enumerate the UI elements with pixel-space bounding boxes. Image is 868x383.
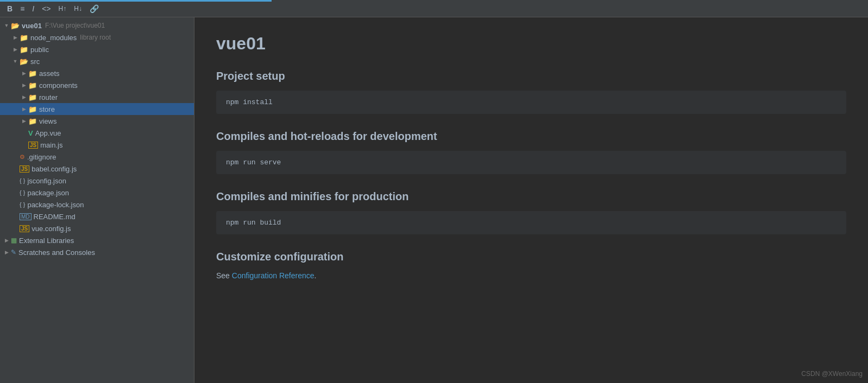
label-store: store — [39, 105, 55, 113]
section-compiles-dev: Compiles and hot-reloads for development… — [216, 130, 846, 174]
tree-item-scratches[interactable]: ✎ Scratches and Consoles — [0, 246, 194, 258]
arrow-node-modules — [11, 33, 20, 42]
folder-icon-public: 📁 — [20, 46, 28, 54]
tree-item-external-libraries[interactable]: ▦ External Libraries — [0, 234, 194, 246]
label-app-vue: App.vue — [35, 129, 61, 137]
label-node-modules: node_modules — [30, 34, 77, 42]
progress-bar — [0, 0, 272, 2]
tree-item-node-modules[interactable]: 📁 node_modules library root — [0, 31, 194, 43]
section-project-setup: Project setup npm install — [216, 70, 846, 114]
label-package-lock-json: package-lock.json — [27, 201, 84, 209]
heading-project-setup: Project setup — [216, 70, 846, 82]
section-compiles-prod: Compiles and minifies for production npm… — [216, 190, 846, 234]
tree-item-babel-config[interactable]: JS babel.config.js — [0, 163, 194, 175]
heading-compiles-dev: Compiles and hot-reloads for development — [216, 130, 846, 143]
link-button[interactable]: 🔗 — [87, 3, 102, 14]
label-jsconfig-json: jsconfig.json — [27, 177, 66, 185]
json-icon-jsconfig: { } — [20, 177, 25, 184]
strikethrough-button[interactable]: ≡ — [17, 3, 27, 14]
json-icon-package: { } — [20, 189, 25, 196]
arrow-public — [11, 45, 20, 54]
config-reference-link[interactable]: Configuration Reference — [232, 271, 315, 280]
tree-item-package-json[interactable]: { } package.json — [0, 187, 194, 199]
label-scratches: Scratches and Consoles — [18, 248, 95, 257]
tree-item-assets[interactable]: 📁 assets — [0, 67, 194, 79]
label-gitignore: .gitignore — [27, 153, 56, 161]
md-icon: MD — [20, 213, 32, 220]
section-customize: Customize configuration See Configuratio… — [216, 251, 846, 280]
arrow-views — [20, 117, 28, 125]
label-router: router — [39, 93, 58, 101]
tree-item-package-lock-json[interactable]: { } package-lock.json — [0, 199, 194, 210]
tree-item-components[interactable]: 📁 components — [0, 79, 194, 91]
label-package-json: package.json — [27, 189, 69, 197]
tree-item-jsconfig-json[interactable]: { } jsconfig.json — [0, 175, 194, 187]
label-external-libraries: External Libraries — [19, 237, 74, 245]
lib-icon: ▦ — [11, 237, 17, 244]
arrow-external — [2, 236, 11, 245]
heading-compiles-prod: Compiles and minifies for production — [216, 190, 846, 203]
code-button[interactable]: <> — [39, 3, 53, 14]
label-vue01: vue01 — [22, 22, 42, 30]
sublabel-node-modules: library root — [80, 34, 111, 41]
tree-item-main-js[interactable]: JS main.js — [0, 139, 194, 151]
tree-item-readme[interactable]: MD README.md — [0, 210, 194, 222]
italic-button[interactable]: I — [29, 3, 37, 14]
label-views: views — [39, 117, 57, 125]
label-babel-config: babel.config.js — [32, 165, 77, 173]
label-src: src — [30, 58, 40, 66]
tree-item-vue01[interactable]: 📂 vue01 F:\Vue project\vue01 — [0, 20, 194, 31]
code-block-serve: npm run serve — [216, 151, 846, 174]
folder-icon-store: 📁 — [28, 105, 37, 113]
js-icon-babel: JS — [20, 165, 29, 173]
js-icon-vue-config: JS — [20, 225, 29, 232]
arrow-scratches — [2, 248, 11, 257]
arrow-src — [11, 57, 20, 66]
code-block-build: npm run build — [216, 211, 846, 234]
label-main-js: main.js — [40, 141, 62, 149]
tree-item-app-vue[interactable]: V App.vue — [0, 127, 194, 139]
sublabel-vue01: F:\Vue project\vue01 — [45, 22, 105, 29]
arrow-vue01 — [2, 21, 11, 30]
gitignore-icon: ⚙ — [20, 154, 25, 161]
arrow-router — [20, 93, 28, 101]
arrow-store — [20, 105, 28, 113]
tree-item-src[interactable]: 📂 src — [0, 55, 194, 67]
label-public: public — [30, 46, 49, 54]
bold-button[interactable]: B — [4, 3, 15, 14]
heading-down-button[interactable]: H↓ — [71, 4, 85, 14]
folder-icon-components: 📁 — [28, 81, 37, 90]
tree-item-router[interactable]: 📁 router — [0, 91, 194, 103]
folder-icon-node-modules: 📁 — [20, 34, 28, 42]
json-icon-package-lock: { } — [20, 201, 25, 208]
scratch-icon: ✎ — [11, 248, 16, 256]
code-block-install: npm install — [216, 91, 846, 114]
label-assets: assets — [39, 69, 60, 78]
arrow-assets — [20, 69, 28, 78]
customize-text: See Configuration Reference. — [216, 271, 846, 280]
content-area: vue01 Project setup npm install Compiles… — [194, 17, 868, 383]
folder-icon-src: 📂 — [20, 58, 28, 66]
tree-item-gitignore[interactable]: ⚙ .gitignore — [0, 151, 194, 163]
tree-item-vue-config[interactable]: JS vue.config.js — [0, 222, 194, 234]
folder-icon-router: 📁 — [28, 93, 37, 101]
tree-item-views[interactable]: 📁 views — [0, 115, 194, 127]
tree-item-store[interactable]: 📁 store — [0, 103, 194, 115]
folder-icon-views: 📁 — [28, 117, 37, 125]
heading-customize: Customize configuration — [216, 251, 846, 263]
page-title: vue01 — [216, 34, 846, 54]
js-icon-main: JS — [28, 142, 38, 149]
arrow-components — [20, 81, 28, 90]
vue-icon: V — [28, 129, 33, 137]
folder-icon-vue01: 📂 — [11, 22, 20, 30]
tree-item-public[interactable]: 📁 public — [0, 43, 194, 55]
label-vue-config: vue.config.js — [32, 225, 71, 233]
label-readme: README.md — [34, 213, 76, 221]
sidebar: 📂 vue01 F:\Vue project\vue01 📁 node_modu… — [0, 17, 194, 383]
heading-up-button[interactable]: H↑ — [56, 4, 70, 14]
folder-icon-assets: 📁 — [28, 69, 37, 78]
watermark: CSDN @XWenXiang — [801, 370, 863, 378]
label-components: components — [39, 81, 78, 90]
